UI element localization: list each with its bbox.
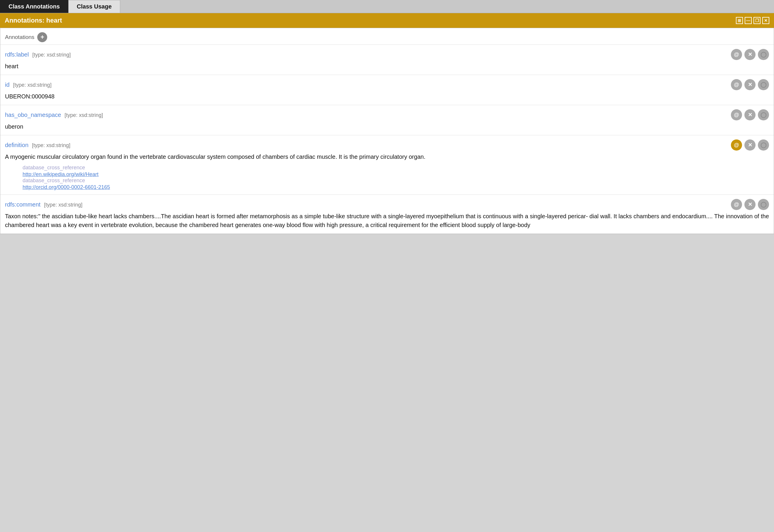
tab-bar: Class Annotations Class Usage <box>0 0 774 13</box>
annotation-at-button[interactable]: @ <box>731 139 742 151</box>
restore-icon[interactable]: ❐ <box>753 17 761 24</box>
annotation-controls: @✕◯ <box>731 49 769 60</box>
annotation-remove-button[interactable]: ✕ <box>744 199 756 210</box>
annotation-header-line: id[type: xsd:string]@✕◯ <box>5 79 769 90</box>
minus-icon[interactable]: — <box>745 17 752 24</box>
annotation-sub-items: database_cross_referencehttp://en.wikipe… <box>23 165 769 190</box>
add-annotation-button[interactable]: + <box>37 32 47 42</box>
annotation-controls: @✕◯ <box>731 199 769 210</box>
annotation-type: [type: xsd:string] <box>44 202 82 208</box>
sub-item-link[interactable]: http://orcid.org/0000-0002-6601-2165 <box>23 184 769 190</box>
annotation-controls: @✕◯ <box>731 79 769 90</box>
annotation-header-line: definition[type: xsd:string]@✕◯ <box>5 139 769 151</box>
annotation-header-line: rdfs:label[type: xsd:string]@✕◯ <box>5 49 769 60</box>
title-bar: Annotations: heart ⊞ — ❐ ✕ <box>0 13 774 28</box>
annotations-panel: Annotations + rdfs:label[type: xsd:strin… <box>0 28 774 234</box>
annotation-value: uberon <box>5 122 769 131</box>
annotation-property: has_obo_namespace <box>5 112 61 118</box>
annotation-value: A myogenic muscular circulatory organ fo… <box>5 152 769 161</box>
annotation-at-button[interactable]: @ <box>731 109 742 120</box>
annotation-at-button[interactable]: @ <box>731 199 742 210</box>
title-bar-controls: ⊞ — ❐ ✕ <box>736 17 769 24</box>
close-icon[interactable]: ✕ <box>762 17 769 24</box>
annotation-row: definition[type: xsd:string]@✕◯A myogeni… <box>0 135 774 195</box>
annotation-type: [type: xsd:string] <box>32 142 70 148</box>
sub-item-link[interactable]: http://en.wikipedia.org/wiki/Heart <box>23 171 769 178</box>
annotation-circle-button[interactable]: ◯ <box>758 79 769 90</box>
annotation-property: definition <box>5 142 28 148</box>
annotation-header-line: has_obo_namespace[type: xsd:string]@✕◯ <box>5 109 769 120</box>
sub-item-label: database_cross_reference <box>23 178 85 183</box>
annotations-list: rdfs:label[type: xsd:string]@✕◯heartid[t… <box>0 45 774 234</box>
annotation-value: Taxon notes:" the ascidian tube-like hea… <box>5 212 769 229</box>
annotation-row: has_obo_namespace[type: xsd:string]@✕◯ub… <box>0 105 774 135</box>
annotation-type: [type: xsd:string] <box>13 82 52 88</box>
annotations-section-label: Annotations <box>5 34 34 40</box>
annotation-value: heart <box>5 62 769 71</box>
annotation-circle-button[interactable]: ◯ <box>758 49 769 60</box>
annotation-remove-button[interactable]: ✕ <box>744 109 756 120</box>
tab-class-usage[interactable]: Class Usage <box>68 0 120 13</box>
annotation-header-line: rdfs:comment[type: xsd:string]@✕◯ <box>5 199 769 210</box>
annotation-controls: @✕◯ <box>731 109 769 120</box>
annotation-at-button[interactable]: @ <box>731 49 742 60</box>
annotation-at-button[interactable]: @ <box>731 79 742 90</box>
annotation-remove-button[interactable]: ✕ <box>744 49 756 60</box>
annotation-property: id <box>5 81 10 88</box>
sub-item-label: database_cross_reference <box>23 165 85 170</box>
tab-class-annotations[interactable]: Class Annotations <box>0 0 68 13</box>
annotations-header: Annotations + <box>0 28 774 45</box>
title-bar-text: Annotations: heart <box>5 17 62 24</box>
annotation-property: rdfs:comment <box>5 201 40 208</box>
annotation-circle-button[interactable]: ◯ <box>758 199 769 210</box>
annotation-property: rdfs:label <box>5 51 29 58</box>
annotation-controls: @✕◯ <box>731 139 769 151</box>
annotation-remove-button[interactable]: ✕ <box>744 139 756 151</box>
scroll-area[interactable]: Annotations + rdfs:label[type: xsd:strin… <box>0 28 774 234</box>
annotation-row: rdfs:comment[type: xsd:string]@✕◯Taxon n… <box>0 195 774 234</box>
grid-icon[interactable]: ⊞ <box>736 17 743 24</box>
annotation-circle-button[interactable]: ◯ <box>758 109 769 120</box>
annotation-type: [type: xsd:string] <box>64 112 103 118</box>
annotation-remove-button[interactable]: ✕ <box>744 79 756 90</box>
annotation-type: [type: xsd:string] <box>32 52 71 58</box>
annotation-row: rdfs:label[type: xsd:string]@✕◯heart <box>0 45 774 75</box>
annotation-circle-button[interactable]: ◯ <box>758 139 769 151</box>
annotation-value: UBERON:0000948 <box>5 92 769 101</box>
annotation-row: id[type: xsd:string]@✕◯UBERON:0000948 <box>0 75 774 105</box>
